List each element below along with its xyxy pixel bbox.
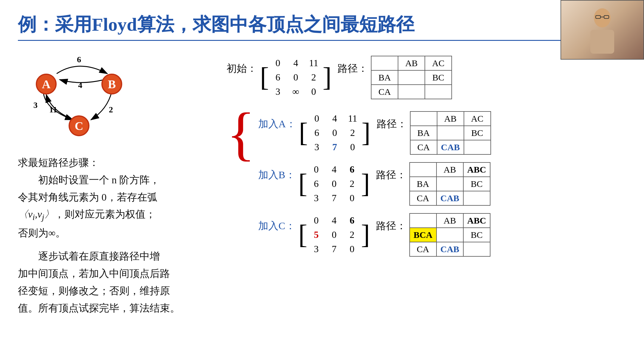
- desc-line9: 值。所有顶点试探完毕，算法结束。: [18, 300, 221, 317]
- a-ca: CA: [410, 140, 437, 154]
- b-ba-ac: BC: [463, 177, 490, 191]
- hdr-ab: AB: [398, 56, 425, 70]
- a-1-0: 6: [315, 127, 319, 138]
- a-0-0: 0: [315, 113, 319, 124]
- c-0-1: 4: [332, 215, 337, 226]
- b-2-1: 7: [332, 193, 337, 204]
- lb-a: [: [299, 119, 308, 146]
- c-0-2: 6: [350, 215, 354, 226]
- b-2-2: 0: [350, 193, 354, 204]
- desc-line3: 令其对角线元素为 0，若存在弧: [18, 189, 221, 206]
- desc-line1: 求最短路径步骤：: [18, 154, 221, 171]
- c-bca: BCA: [410, 228, 436, 242]
- b-ba-ab: [436, 177, 463, 191]
- cell-1-0: 6: [275, 72, 280, 83]
- matrix-cells-init: 0 4 11 6 0 2 3 ∞ 0: [269, 56, 323, 99]
- add-c-label: 加入C：: [258, 219, 295, 233]
- b-0-0: 0: [314, 164, 319, 175]
- left-panel: 6 4 3 11 2 A B C 求最短路径步骤： 初始时设置一个 n: [18, 50, 221, 348]
- b-0-2-changed: 6: [350, 164, 354, 175]
- a-2-1-changed: 7: [332, 142, 337, 153]
- cells-a: 0 4 11 6 0 2 3 7 0: [308, 111, 362, 154]
- svg-point-0: [594, 8, 611, 27]
- add-c-matrix: [ 0 4 6 5 0 2 3 7 0: [298, 213, 370, 256]
- rb-a: ]: [362, 119, 371, 146]
- three-sections: 加入A： [ 0 4 11 6 0 2 3 7: [258, 108, 491, 263]
- c-hdr-abc: ABC: [463, 213, 490, 228]
- brace-sections: { 加入A： [ 0 4 11 6 0: [227, 108, 626, 263]
- c-ca-ac: [463, 242, 490, 256]
- desc-line4: 〈vi,vj〉，则对应元素为权值；: [18, 206, 221, 224]
- initial-matrix: [ 0 4 11 6 0 2 3 ∞ 0 ]: [260, 56, 332, 99]
- hdr-ac: AC: [425, 56, 452, 70]
- svg-text:2: 2: [109, 105, 113, 114]
- add-b-matrix: [ 0 4 6 6 0 2 3 7 0: [298, 162, 370, 205]
- a-2-0: 3: [315, 142, 319, 153]
- c-1-0-changed: 5: [314, 229, 319, 240]
- slide: 例：采用Floyd算法，求图中各顶点之间最短路径: [0, 0, 644, 358]
- desc-line2: 初始时设置一个 n 阶方阵，: [18, 171, 221, 189]
- path-label-a: 路径：: [377, 117, 407, 131]
- add-b-path-table: AB ABC BA BC CA CAB: [409, 162, 490, 206]
- svg-text:11: 11: [49, 105, 57, 114]
- a-hdr-ac: AC: [464, 111, 491, 126]
- cell-2-2: 0: [311, 86, 316, 97]
- c-ca: CA: [410, 242, 436, 256]
- b-1-2: 2: [350, 178, 354, 189]
- c-1-1: 0: [332, 229, 337, 240]
- a-1-1: 0: [332, 127, 337, 138]
- node-a: A: [36, 74, 57, 94]
- row-ca-label: CA: [371, 85, 398, 99]
- rb-b: ]: [361, 170, 370, 197]
- c-hdr-ab: AB: [436, 213, 463, 228]
- cell-1-1: 0: [293, 72, 298, 83]
- desc-line5: 否则为∞。: [18, 224, 221, 242]
- b-1-1: 0: [332, 178, 337, 189]
- b-ca: CA: [410, 191, 436, 205]
- row-ca-ab: [398, 85, 425, 99]
- node-b: B: [101, 74, 122, 94]
- svg-text:3: 3: [33, 100, 38, 110]
- cell-1-2: 2: [311, 72, 316, 83]
- camera-feed-inner: [561, 1, 643, 59]
- lb-b: [: [298, 170, 307, 197]
- b-hdr-ab: AB: [436, 162, 463, 177]
- b-ba: BA: [410, 177, 436, 191]
- b-ca-ac: [463, 191, 490, 205]
- a-ba: BA: [410, 126, 437, 140]
- c-ba-ac: BC: [463, 228, 490, 242]
- c-2-2: 0: [350, 244, 354, 255]
- middle-panel: 初始： [ 0 4 11 6 0 2 3 ∞ 0 ]: [221, 50, 626, 348]
- b-hdr-empty: [410, 162, 436, 177]
- add-a-section: 加入A： [ 0 4 11 6 0 2 3 7: [258, 108, 491, 155]
- add-b-section: 加入B： [ 0 4 6 6 0 2 3 7: [258, 159, 491, 206]
- c-0-0: 0: [314, 215, 319, 226]
- svg-rect-1: [590, 30, 614, 54]
- desc-line6: 逐步试着在原直接路径中增: [18, 248, 221, 265]
- cell-2-0: 3: [275, 86, 280, 97]
- left-bracket-init: [: [260, 64, 269, 91]
- person-icon: [584, 6, 620, 54]
- a-hdr-empty: [410, 111, 437, 126]
- row-ba-ab: [398, 70, 425, 85]
- path-label-c: 路径：: [376, 219, 406, 233]
- add-c-path-table: AB ABC BCA BC CA CAB: [409, 213, 490, 257]
- camera-feed: [561, 0, 644, 60]
- add-c-section: 加入C： [ 0 4 6 5 0 2 3 7: [258, 210, 491, 257]
- c-1-2: 2: [350, 229, 354, 240]
- row-ba-ac: BC: [425, 70, 452, 85]
- svg-text:6: 6: [77, 56, 81, 64]
- c-2-1: 7: [332, 244, 337, 255]
- hdr-empty: [371, 56, 398, 70]
- initial-path-table: AB AC BA BC CA: [371, 56, 452, 99]
- slide-title: 例：采用Floyd算法，求图中各顶点之间最短路径: [18, 12, 626, 41]
- desc-line7: 加中间顶点，若加入中间顶点后路: [18, 265, 221, 282]
- cells-b: 0 4 6 6 0 2 3 7 0: [307, 162, 361, 205]
- graph-container: 6 4 3 11 2 A B C: [27, 56, 146, 145]
- add-a-label: 加入A：: [258, 117, 296, 131]
- row-ba-label: BA: [371, 70, 398, 85]
- a-ba-ab: [437, 126, 464, 140]
- c-hdr-empty: [410, 213, 436, 228]
- rb-c: ]: [361, 221, 370, 248]
- node-c: C: [69, 115, 89, 136]
